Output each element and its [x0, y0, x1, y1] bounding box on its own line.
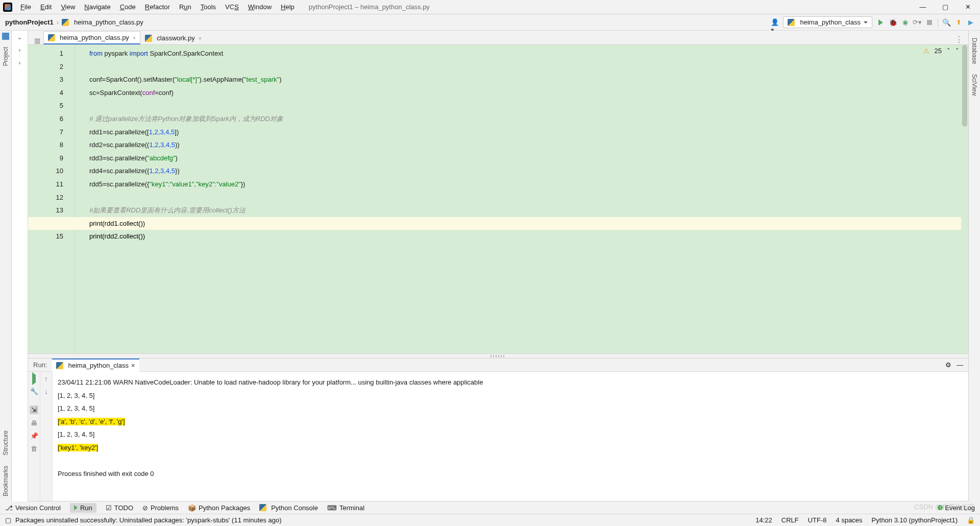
- code-content[interactable]: from pyspark import SparkConf,SparkConte…: [75, 45, 961, 353]
- status-bar: ▢ Packages uninstalled successfully: Uni…: [0, 514, 980, 526]
- tab-list-icon[interactable]: ▥: [31, 37, 43, 44]
- notification-badge: 1: [938, 505, 943, 510]
- console-line: 23/04/11 21:21:06 WARN NativeCodeLoader:…: [58, 376, 963, 389]
- menu-view[interactable]: View: [57, 2, 79, 12]
- run-button[interactable]: [876, 18, 885, 27]
- menu-window[interactable]: Window: [244, 2, 276, 12]
- code-editor[interactable]: 123 456 789 101112 131415 from pyspark i…: [28, 45, 968, 353]
- next-highlight-icon[interactable]: ˅: [955, 47, 959, 55]
- menu-navigate[interactable]: Navigate: [80, 2, 114, 12]
- close-tab-icon[interactable]: ×: [199, 35, 202, 41]
- print-icon[interactable]: 🖶: [31, 419, 37, 427]
- pin-tab-icon[interactable]: 📌: [30, 432, 38, 440]
- python-icon: [259, 504, 266, 511]
- tab-more-icon[interactable]: ⋮: [950, 35, 968, 44]
- project-tree-collapsed[interactable]: ⌄ › ›: [12, 31, 28, 501]
- profile-button[interactable]: ⟳▾: [913, 18, 921, 27]
- reader-mode-icon[interactable]: 🔒: [967, 516, 975, 524]
- menu-bar: File Edit View Navigate Code Refactor Ru…: [0, 0, 980, 14]
- tab-run[interactable]: Run: [70, 503, 96, 513]
- console-line: [1, 2, 3, 4, 5]: [58, 389, 963, 402]
- menu-edit[interactable]: Edit: [36, 2, 56, 12]
- tab-classwork[interactable]: classwork.py ×: [140, 31, 206, 44]
- event-log-button[interactable]: 1Event Log: [938, 504, 975, 512]
- play-icon: [74, 505, 78, 510]
- modify-run-config-icon[interactable]: 🔧: [30, 388, 38, 395]
- up-stack-icon[interactable]: ↑: [44, 375, 48, 382]
- stop-button[interactable]: [925, 18, 934, 27]
- minimize-icon[interactable]: —: [918, 3, 928, 11]
- maximize-icon[interactable]: ▢: [940, 3, 950, 11]
- console-line: ['a', 'b', 'c', 'd', 'e', 'f', 'g']: [58, 415, 963, 428]
- tab-python-packages[interactable]: 📦Python Packages: [188, 504, 250, 512]
- menu-help[interactable]: Help: [277, 2, 299, 12]
- coverage-button[interactable]: ◉: [901, 18, 909, 27]
- editor-scrollbar[interactable]: [961, 45, 968, 353]
- window-title: pythonProject1 – heima_python_class.py: [309, 3, 430, 11]
- run-tool-window: Run: heima_python_class × ⚙ — 🔧 ⇲ 🖶: [28, 358, 968, 501]
- menu-vcs[interactable]: VCS: [221, 2, 243, 12]
- python-icon: [788, 19, 795, 26]
- console-line: [1, 2, 3, 4, 5]: [58, 428, 963, 441]
- prev-highlight-icon[interactable]: ˄: [947, 47, 950, 55]
- tab-sciview[interactable]: SciView: [969, 69, 979, 101]
- rerun-button[interactable]: [32, 375, 36, 382]
- inspection-widget[interactable]: ⚠ 25 ˄ ˅: [923, 47, 959, 55]
- line-separator[interactable]: CRLF: [781, 516, 799, 524]
- project-tool-icon[interactable]: [2, 33, 9, 40]
- navigation-bar: pythonProject1 › heima_python_class.py 👤…: [0, 14, 980, 31]
- editor-gutter[interactable]: 123 456 789 101112 131415: [28, 45, 75, 353]
- python-file-icon: [145, 35, 152, 42]
- indent-config[interactable]: 4 spaces: [836, 516, 863, 524]
- close-window-icon[interactable]: ✕: [963, 3, 973, 11]
- scroll-to-end-icon[interactable]: ⇲: [30, 405, 38, 414]
- tree-node-icon[interactable]: ›: [12, 56, 28, 69]
- tab-python-console[interactable]: Python Console: [259, 504, 318, 512]
- tab-database[interactable]: Database: [969, 33, 979, 69]
- editor-tabs: ▥ heima_python_class.py × classwork.py ×…: [28, 31, 968, 45]
- file-encoding[interactable]: UTF-8: [808, 516, 827, 524]
- tab-structure[interactable]: Structure: [1, 425, 11, 461]
- hide-panel-icon[interactable]: —: [957, 361, 963, 369]
- tab-version-control[interactable]: ⎇Version Control: [5, 504, 61, 512]
- debug-button[interactable]: 🐞: [889, 18, 897, 27]
- menu-code[interactable]: Code: [116, 2, 140, 12]
- tab-heima-python-class[interactable]: heima_python_class.py ×: [43, 31, 140, 44]
- run-config-selector[interactable]: heima_python_class: [783, 16, 872, 28]
- tab-project[interactable]: Project: [1, 42, 11, 71]
- close-tab-icon[interactable]: ×: [131, 362, 135, 369]
- caret-position[interactable]: 14:22: [755, 516, 772, 524]
- menu-run[interactable]: Run: [175, 2, 195, 12]
- collapse-tree-icon[interactable]: ⌄: [12, 31, 28, 43]
- tab-todo[interactable]: ☑TODO: [106, 504, 133, 512]
- code-with-me-icon[interactable]: 👤▾: [771, 18, 779, 27]
- tab-bookmarks[interactable]: Bookmarks: [1, 461, 11, 501]
- menu-file[interactable]: File: [16, 2, 35, 12]
- search-everywhere-icon[interactable]: 🔍: [942, 18, 950, 27]
- menu-tools[interactable]: Tools: [197, 2, 220, 12]
- packages-icon: 📦: [188, 504, 196, 512]
- status-tool-window-icon[interactable]: ▢: [5, 516, 11, 524]
- down-stack-icon[interactable]: ↓: [44, 388, 48, 395]
- python-interpreter[interactable]: Python 3.10 (pythonProject1): [872, 516, 958, 524]
- horizontal-splitter[interactable]: [28, 353, 968, 358]
- ide-updates-icon[interactable]: ⬆: [954, 18, 963, 27]
- console-output[interactable]: 23/04/11 21:21:06 WARN NativeCodeLoader:…: [53, 372, 968, 501]
- tree-node-icon[interactable]: ›: [12, 43, 28, 56]
- tab-terminal[interactable]: ⌨Terminal: [327, 504, 364, 512]
- run-toolbar-left: 🔧 ⇲ 🖶 📌 🗑: [28, 372, 40, 501]
- gear-icon[interactable]: ⚙: [945, 361, 951, 369]
- run-tab-heima[interactable]: heima_python_class ×: [52, 358, 139, 372]
- breadcrumb-file[interactable]: heima_python_class.py: [74, 18, 143, 26]
- learn-icon[interactable]: ▶: [967, 18, 975, 27]
- breadcrumb[interactable]: pythonProject1 › heima_python_class.py: [5, 18, 143, 26]
- close-tab-icon[interactable]: ×: [133, 35, 136, 41]
- run-config-name: heima_python_class: [800, 18, 861, 26]
- todo-icon: ☑: [106, 504, 112, 512]
- tab-problems[interactable]: ⊘Problems: [142, 504, 179, 512]
- chevron-right-icon: ›: [57, 18, 59, 26]
- breadcrumb-project[interactable]: pythonProject1: [5, 18, 54, 26]
- menu-refactor[interactable]: Refactor: [141, 2, 174, 12]
- right-tool-stripe: Database SciView: [968, 31, 980, 501]
- delete-icon[interactable]: 🗑: [31, 445, 37, 452]
